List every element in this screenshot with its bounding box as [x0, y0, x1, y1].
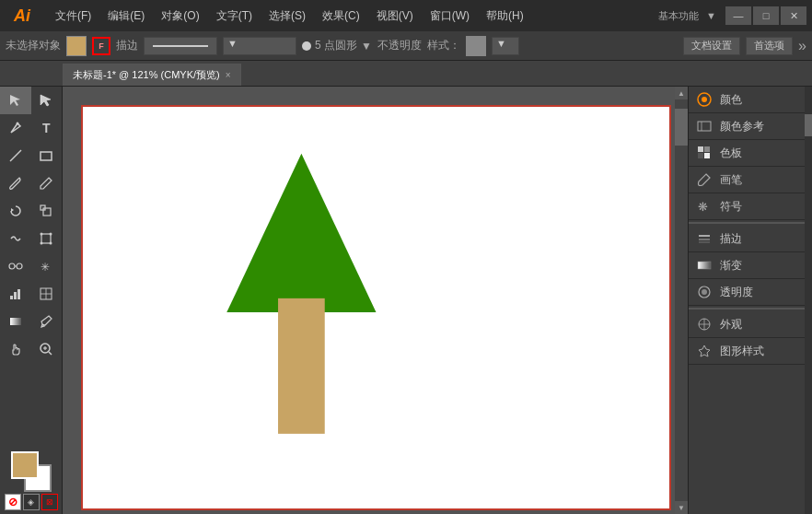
hand-tool[interactable] [0, 335, 31, 363]
menu-window[interactable]: 窗口(W) [423, 5, 477, 28]
preferences-button[interactable]: 首选项 [746, 37, 793, 55]
text-icon: T [42, 121, 51, 135]
panel-item-appearance[interactable]: 外观 [689, 311, 812, 337]
panel-divider-2 [689, 308, 812, 310]
fill-swatch[interactable] [66, 36, 87, 56]
menu-select[interactable]: 选择(S) [261, 5, 313, 28]
color-mode-icon[interactable]: ◈ [23, 494, 40, 510]
symbols-panel-icon: ❋ [696, 198, 713, 215]
app-logo: Ai [6, 6, 39, 26]
stroke-panel-label: 描边 [720, 231, 742, 247]
document-tab[interactable]: 未标题-1* @ 121% (CMYK/预览) × [63, 64, 241, 86]
doc-settings-button[interactable]: 文档设置 [683, 37, 740, 55]
direct-select-tool[interactable] [31, 87, 63, 114]
tree-trunk [278, 298, 325, 434]
panel-section-appearance: 外观 [689, 311, 812, 338]
blend-tool[interactable] [0, 252, 31, 280]
document-canvas [81, 105, 671, 510]
menu-edit[interactable]: 编辑(E) [100, 5, 152, 28]
svg-point-10 [50, 233, 52, 236]
none-swatch[interactable]: ⊘ [5, 494, 21, 510]
menu-view[interactable]: 视图(V) [369, 5, 421, 28]
swap-colors-icon[interactable]: ⊠ [41, 494, 58, 510]
style-dropdown[interactable]: ▼ [492, 37, 519, 55]
rotate-tool[interactable] [0, 197, 31, 225]
svg-rect-33 [704, 146, 710, 152]
title-bar: Ai 文件(F) 编辑(E) 对象(O) 文字(T) 选择(S) 效果(C) 视… [0, 0, 812, 31]
menu-file[interactable]: 文件(F) [48, 5, 99, 28]
panel-item-color-ref[interactable]: 颜色参考 [689, 113, 812, 139]
rect-tool[interactable] [31, 142, 63, 169]
stroke-preview[interactable] [144, 37, 217, 55]
paintbrush-tool[interactable] [0, 169, 31, 197]
gradient-tool[interactable] [0, 308, 31, 335]
brush-label: 画笔 [720, 172, 742, 188]
stroke-style-dropdown[interactable]: ▼ [223, 37, 296, 55]
tool-row-3 [0, 142, 62, 169]
minimize-button[interactable]: — [725, 6, 751, 25]
right-panel-scroll-thumb[interactable] [805, 114, 812, 136]
panel-item-color[interactable]: 颜色 [689, 87, 812, 112]
panel-item-brush[interactable]: 画笔 [689, 167, 812, 193]
stroke-label: 描边 [116, 38, 138, 53]
pen-tool[interactable] [0, 114, 31, 142]
scale-tool[interactable] [31, 197, 63, 225]
svg-point-13 [9, 263, 15, 269]
column-graph-tool[interactable] [0, 280, 31, 308]
svg-rect-34 [698, 153, 703, 158]
vertical-scrollbar[interactable]: ▲ ▼ [675, 87, 688, 514]
svg-rect-40 [698, 262, 711, 269]
panel-item-swatches[interactable]: 色板 [689, 140, 812, 166]
menu-object[interactable]: 对象(O) [154, 5, 206, 28]
tab-bar: 未标题-1* @ 121% (CMYK/预览) × [0, 61, 812, 87]
free-transform-tool[interactable] [31, 225, 63, 252]
svg-line-3 [10, 150, 21, 161]
maximize-button[interactable]: □ [753, 6, 779, 25]
line-tool[interactable] [0, 142, 31, 169]
panel-item-gradient[interactable]: 渐变 [689, 252, 812, 278]
style-swatch[interactable] [466, 36, 486, 56]
scroll-up-button[interactable]: ▲ [675, 87, 688, 99]
panel-section-gradient: 渐变 [689, 252, 812, 279]
close-button[interactable]: ✕ [781, 6, 806, 25]
svg-rect-8 [41, 234, 51, 243]
warp-tool[interactable] [0, 225, 31, 252]
pencil-tool[interactable] [31, 169, 63, 197]
scroll-down-button[interactable]: ▼ [675, 501, 688, 514]
scroll-thumb[interactable] [675, 109, 688, 146]
svg-rect-18 [14, 292, 17, 299]
tool-row-2: T [0, 114, 62, 142]
style-label: 样式： [427, 38, 460, 53]
symbol-tool[interactable]: ✳ [31, 252, 63, 280]
panel-item-transparency[interactable]: 透明度 [689, 279, 812, 305]
right-panel-scrollbar[interactable] [805, 87, 812, 514]
panel-item-symbols[interactable]: ❋ 符号 [689, 193, 812, 219]
menu-help[interactable]: 帮助(H) [479, 5, 531, 28]
foreground-swatch[interactable] [11, 451, 39, 479]
panel-toggle-icon[interactable]: » [798, 38, 806, 54]
menu-bar: 文件(F) 编辑(E) 对象(O) 文字(T) 选择(S) 效果(C) 视图(V… [48, 5, 649, 28]
svg-rect-6 [43, 208, 51, 216]
gradient-label: 渐变 [720, 258, 742, 274]
panel-item-graphic-styles[interactable]: 图形样式 [689, 338, 812, 364]
stroke-icon[interactable]: F [92, 37, 110, 55]
menu-effect[interactable]: 效果(C) [315, 5, 367, 28]
menu-text[interactable]: 文字(T) [209, 5, 260, 28]
text-tool[interactable]: T [31, 114, 63, 142]
tool-row-10 [0, 335, 62, 363]
panel-item-stroke[interactable]: 描边 [689, 226, 812, 251]
select-tool[interactable] [0, 87, 31, 114]
point-label: 5 点圆形 [315, 38, 357, 53]
zoom-tool[interactable] [31, 335, 63, 363]
tab-title: 未标题-1* @ 121% (CMYK/预览) [73, 68, 220, 82]
eyedropper-tool[interactable] [31, 308, 63, 335]
color-panel-label: 颜色 [720, 92, 742, 108]
tab-close-button[interactable]: × [226, 70, 231, 80]
svg-point-29 [702, 97, 707, 102]
svg-rect-4 [41, 152, 52, 160]
window-controls: — □ ✕ [725, 6, 806, 25]
svg-rect-19 [17, 289, 20, 299]
mesh-tool[interactable] [31, 280, 63, 308]
canvas-area[interactable]: ▲ ▼ [63, 87, 688, 514]
panel-divider [689, 222, 812, 224]
